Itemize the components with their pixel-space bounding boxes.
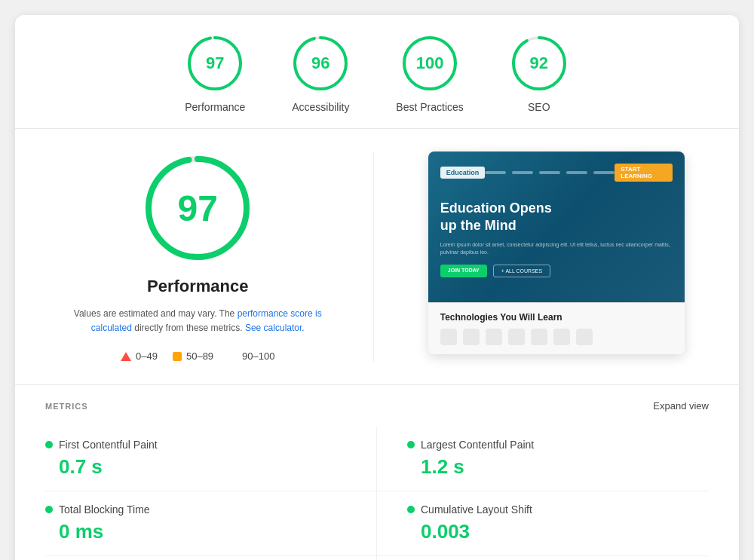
big-score-circle: 97 xyxy=(141,151,254,265)
screenshot-bottom-title: Technologies You Will Learn xyxy=(440,312,673,323)
metrics-section: METRICS Expand view First Contentful Pai… xyxy=(15,385,739,560)
mid-icon xyxy=(173,352,182,361)
metric-fcp-dot xyxy=(45,441,53,448)
legend-item-high: 90–100 xyxy=(228,350,274,362)
metric-tbt-value: 0 ms xyxy=(45,520,346,543)
metric-lcp-dot xyxy=(407,441,415,448)
score-circle-seo: 92 xyxy=(509,33,569,93)
metric-fcp-name: First Contentful Paint xyxy=(59,439,158,451)
metric-lcp-name: Largest Contentful Paint xyxy=(421,439,534,451)
screenshot-nav-link-4 xyxy=(566,171,587,174)
score-number-seo: 92 xyxy=(530,54,548,73)
score-number-performance: 97 xyxy=(206,54,224,73)
score-label-seo: SEO xyxy=(528,101,550,113)
expand-view-button[interactable]: Expand view xyxy=(653,400,709,412)
metrics-grid: First Contentful Paint 0.7 s Largest Con… xyxy=(45,427,709,560)
metric-cls: Cumulative Layout Shift 0.003 xyxy=(377,491,709,556)
main-card: 97 Performance 96 Accessibility 10 xyxy=(15,15,739,560)
screenshot-tech-icons xyxy=(440,329,673,345)
score-item-accessibility: 96 Accessibility xyxy=(290,33,351,113)
metric-cls-dot xyxy=(407,506,415,513)
screenshot-buttons: JOIN TODAY + ALL COURSES xyxy=(440,265,673,277)
desc-text: Values are estimated and may vary. The xyxy=(74,308,234,319)
screenshot-icon-5 xyxy=(531,329,547,345)
legend-label-low: 0–49 xyxy=(136,350,158,362)
screenshot-cta-btn: START LEARNING xyxy=(615,164,672,182)
metrics-header: METRICS Expand view xyxy=(45,400,709,412)
screenshot-hero: Education START LEARNING Education Opens xyxy=(428,151,685,302)
screenshot-bottom: Technologies You Will Learn xyxy=(428,302,685,354)
score-label-performance: Performance xyxy=(185,101,245,113)
high-icon xyxy=(228,352,238,361)
big-score-number: 97 xyxy=(178,188,218,229)
legend-item-low: 0–49 xyxy=(121,350,158,362)
score-circle-best-practices: 100 xyxy=(400,33,460,93)
metric-lcp: Largest Contentful Paint 1.2 s xyxy=(377,427,709,491)
screenshot-headline: Education Opens up the Mind xyxy=(440,200,673,235)
metric-si: Speed Index 0.8 s xyxy=(45,556,377,560)
score-circle-accessibility: 96 xyxy=(290,33,351,93)
screenshot-nav-links xyxy=(485,171,615,174)
metric-tbt: Total Blocking Time 0 ms xyxy=(45,491,377,556)
metric-fcp-header: First Contentful Paint xyxy=(45,439,346,451)
legend-label-mid: 50–89 xyxy=(186,350,213,362)
metric-cls-value: 0.003 xyxy=(407,520,709,543)
screenshot-nav-link-3 xyxy=(539,171,560,174)
metric-tbt-name: Total Blocking Time xyxy=(59,503,150,516)
performance-desc: Values are estimated and may vary. The p… xyxy=(69,307,326,335)
screenshot-icon-4 xyxy=(508,329,525,345)
metric-lcp-header: Largest Contentful Paint xyxy=(407,439,709,451)
performance-title: Performance xyxy=(147,277,249,296)
screenshot-courses-btn: + ALL COURSES xyxy=(493,265,550,277)
screenshot-icon-7 xyxy=(576,329,593,345)
screenshot-nav-link-5 xyxy=(593,171,615,174)
score-number-best-practices: 100 xyxy=(416,54,444,73)
score-label-accessibility: Accessibility xyxy=(292,101,349,113)
screenshot-icon-3 xyxy=(486,329,502,345)
legend: 0–49 50–89 90–100 xyxy=(121,350,274,362)
score-label-best-practices: Best Practices xyxy=(396,101,463,113)
screenshot-icon-1 xyxy=(440,329,457,345)
screenshot-logo: Education xyxy=(440,167,486,179)
metrics-title: METRICS xyxy=(45,402,88,411)
screenshot-nav-link-1 xyxy=(485,171,506,174)
main-content: 97 Performance Values are estimated and … xyxy=(15,129,739,385)
metric-fcp: First Contentful Paint 0.7 s xyxy=(45,427,377,491)
score-item-seo: 92 SEO xyxy=(509,33,569,113)
score-number-accessibility: 96 xyxy=(311,54,329,73)
screenshot-nav-link-2 xyxy=(512,171,533,174)
low-icon xyxy=(121,352,131,361)
metric-fcp-value: 0.7 s xyxy=(45,455,346,479)
scores-section: 97 Performance 96 Accessibility 10 xyxy=(15,15,739,129)
see-calculator-link[interactable]: See calculator. xyxy=(245,323,305,333)
metric-cls-name: Cumulative Layout Shift xyxy=(421,503,532,516)
metric-tbt-dot xyxy=(45,506,53,513)
screenshot-subtext: Lorem ipsum dolor sit amet, consectetur … xyxy=(440,241,673,257)
screenshot-join-btn: JOIN TODAY xyxy=(440,265,487,277)
score-circle-performance: 97 xyxy=(185,33,245,93)
legend-item-mid: 50–89 xyxy=(173,350,213,362)
screenshot-icon-2 xyxy=(463,329,480,345)
screenshot-icon-6 xyxy=(553,329,570,345)
legend-label-high: 90–100 xyxy=(242,350,274,362)
metric-tbt-header: Total Blocking Time xyxy=(45,503,346,516)
left-panel: 97 Performance Values are estimated and … xyxy=(45,151,374,362)
score-item-best-practices: 100 Best Practices xyxy=(396,33,463,113)
metric-cls-header: Cumulative Layout Shift xyxy=(407,503,709,516)
screenshot-navbar: Education START LEARNING xyxy=(440,164,673,182)
metric-lcp-value: 1.2 s xyxy=(407,455,709,479)
right-panel: Education START LEARNING Education Opens xyxy=(404,151,710,362)
screenshot-preview: Education START LEARNING Education Opens xyxy=(428,151,685,354)
score-item-performance: 97 Performance xyxy=(185,33,245,113)
